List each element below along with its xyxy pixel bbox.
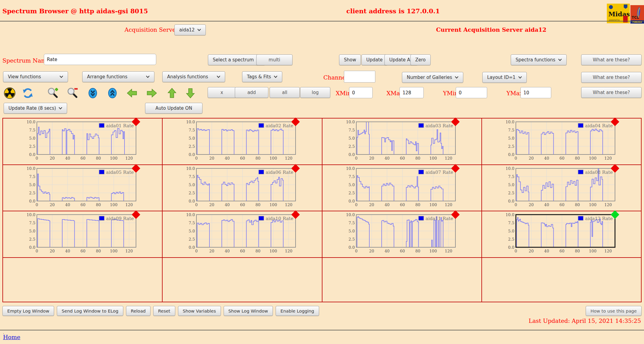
svg-text:0.0: 0.0 [189, 152, 195, 157]
send-log-to-elog-button[interactable]: Send Log Window to ELog [57, 306, 123, 316]
svg-text:10.0: 10.0 [27, 167, 35, 171]
rate-chart[interactable]: 0.02.55.07.510.0020406080100120aida03 Ra… [344, 120, 458, 161]
svg-text:5.0: 5.0 [348, 229, 355, 233]
rate-chart[interactable]: 0.02.55.07.510.0020406080100120aida08 Ra… [504, 167, 617, 208]
gallery-cell[interactable]: 0.02.55.07.510.0020406080100120aida03 Ra… [322, 118, 482, 165]
svg-text:2.5: 2.5 [189, 191, 195, 195]
gallery-cell[interactable]: 0.02.55.07.510.0020406080100120aida11 Ra… [322, 211, 482, 258]
xmin-input[interactable] [349, 87, 373, 98]
svg-text:120: 120 [604, 249, 612, 253]
svg-text:20: 20 [209, 249, 215, 253]
svg-text:80: 80 [575, 156, 580, 161]
view-functions-dropdown[interactable]: View functions [3, 71, 68, 82]
svg-text:60: 60 [80, 156, 86, 161]
ymin-input[interactable] [456, 87, 487, 98]
svg-text:120: 120 [125, 156, 133, 161]
analysis-functions-dropdown[interactable]: Analysis functions [162, 71, 225, 82]
spectrum-name-input[interactable] [44, 54, 156, 65]
update-rate-dropdown[interactable]: Update Rate (8 secs) [4, 103, 67, 114]
auto-update-button[interactable]: Auto Update ON [145, 103, 202, 114]
gallery-cell[interactable]: 0.02.55.07.510.0020406080100120aida01 Ra… [3, 118, 162, 165]
rate-chart[interactable]: 0.02.55.07.510.0020406080100120aida01 Ra… [25, 120, 138, 161]
what-are-these-button-1[interactable]: What are these? [581, 54, 642, 65]
svg-text:80: 80 [415, 249, 420, 253]
rate-chart[interactable]: 0.02.55.07.510.0020406080100120aida11 Ra… [344, 213, 458, 254]
tags-fits-dropdown[interactable]: Tags & Fits [242, 71, 282, 82]
gallery-cell[interactable]: 0.02.55.07.510.0020406080100120aida08 Ra… [482, 165, 641, 211]
log-button[interactable]: log [300, 87, 330, 98]
x-axis-button[interactable]: x [208, 87, 236, 98]
svg-text:aida09 Rate: aida09 Rate [106, 216, 134, 221]
svg-text:0: 0 [36, 249, 38, 253]
arrange-functions-dropdown[interactable]: Arrange functions [82, 71, 154, 82]
enable-logging-button[interactable]: Enable Logging [276, 306, 319, 316]
zoom-in-icon[interactable] [47, 87, 59, 99]
svg-text:5.0: 5.0 [29, 229, 35, 233]
channel-input[interactable] [344, 71, 375, 83]
update-button[interactable]: Update [361, 54, 387, 65]
show-variables-button[interactable]: Show Variables [178, 306, 221, 316]
svg-text:60: 60 [400, 249, 405, 253]
zero-button[interactable]: Zero [410, 54, 431, 65]
svg-text:60: 60 [240, 249, 245, 253]
svg-text:20: 20 [50, 156, 55, 161]
svg-text:aida02 Rate: aida02 Rate [266, 123, 293, 128]
acquisition-server-select[interactable]: aida12 [174, 24, 206, 35]
svg-text:2.5: 2.5 [29, 144, 35, 149]
rate-chart[interactable]: 0.02.55.07.510.0020406080100120aida12 Ra… [504, 213, 617, 254]
show-log-window-button[interactable]: Show Log Window [224, 306, 273, 316]
xmax-input[interactable] [400, 87, 424, 98]
svg-text:10.0: 10.0 [346, 167, 355, 171]
what-are-these-button-2[interactable]: What are these? [581, 72, 642, 83]
shift-right-icon[interactable] [146, 87, 158, 99]
all-button[interactable]: all [270, 87, 300, 98]
gallery-cell[interactable]: 0.02.55.07.510.0020406080100120aida05 Ra… [3, 165, 162, 211]
shift-up-icon[interactable] [166, 87, 178, 99]
svg-text:60: 60 [559, 156, 565, 161]
what-are-these-button-3[interactable]: What are these? [581, 87, 642, 98]
multi-button[interactable]: multi [256, 54, 293, 65]
zoom-out-icon[interactable] [66, 87, 79, 99]
expand-y-icon[interactable] [106, 87, 118, 99]
refresh-icon[interactable] [22, 87, 34, 99]
shift-down-icon[interactable] [184, 87, 196, 99]
rate-chart[interactable]: 0.02.55.07.510.0020406080100120aida07 Ra… [344, 167, 458, 208]
rate-chart[interactable]: 0.02.55.07.510.0020406080100120aida06 Ra… [184, 167, 298, 208]
add-button[interactable]: add [235, 87, 268, 98]
gallery-cell[interactable]: 0.02.55.07.510.0020406080100120aida07 Ra… [322, 165, 482, 211]
svg-text:0.0: 0.0 [29, 152, 35, 157]
reload-button[interactable]: Reload [126, 306, 150, 316]
ymax-input[interactable] [520, 87, 551, 98]
svg-text:7.5: 7.5 [29, 221, 35, 225]
how-to-use-button[interactable]: How to use this page [586, 306, 642, 316]
svg-text:aida05 Rate: aida05 Rate [106, 170, 134, 175]
gallery-cell[interactable]: 0.02.55.07.510.0020406080100120aida04 Ra… [482, 118, 641, 165]
collapse-y-icon[interactable] [87, 87, 99, 99]
midas-logo[interactable]: Midas powered by [607, 4, 630, 23]
svg-text:80: 80 [415, 203, 420, 207]
home-link[interactable]: Home [3, 334, 20, 340]
show-button[interactable]: Show [339, 54, 361, 65]
reset-button[interactable]: Reset [153, 306, 175, 316]
svg-text:10.0: 10.0 [186, 213, 195, 217]
rate-chart[interactable]: 0.02.55.07.510.0020406080100120aida02 Ra… [184, 120, 298, 161]
empty-log-window-button[interactable]: Empty Log Window [2, 306, 54, 316]
spectra-functions-dropdown[interactable]: Spectra functions [511, 54, 567, 65]
layout-id-dropdown[interactable]: Layout ID=1 [482, 72, 527, 83]
rate-chart[interactable]: 0.02.55.07.510.0020406080100120aida10 Ra… [184, 213, 298, 254]
gallery-cell[interactable]: 0.02.55.07.510.0020406080100120aida02 Ra… [162, 118, 322, 165]
radiation-icon[interactable] [4, 87, 16, 99]
layout-id-label: Layout ID=1 [487, 75, 516, 80]
svg-text:5.0: 5.0 [348, 183, 355, 187]
gallery-cell[interactable]: 0.02.55.07.510.0020406080100120aida12 Ra… [482, 211, 641, 258]
svg-text:120: 120 [445, 156, 452, 161]
footer-divider [0, 330, 644, 330]
shift-left-icon[interactable] [126, 87, 138, 99]
gallery-cell[interactable]: 0.02.55.07.510.0020406080100120aida10 Ra… [162, 211, 322, 258]
gallery-cell[interactable]: 0.02.55.07.510.0020406080100120aida06 Ra… [162, 165, 322, 211]
number-of-galleries-dropdown[interactable]: Number of Galleries [402, 72, 463, 83]
rate-chart[interactable]: 0.02.55.07.510.0020406080100120aida05 Ra… [25, 167, 138, 208]
gallery-cell[interactable]: 0.02.55.07.510.0020406080100120aida09 Ra… [3, 211, 162, 258]
rate-chart[interactable]: 0.02.55.07.510.0020406080100120aida04 Ra… [504, 120, 617, 161]
rate-chart[interactable]: 0.02.55.07.510.0020406080100120aida09 Ra… [25, 213, 138, 254]
